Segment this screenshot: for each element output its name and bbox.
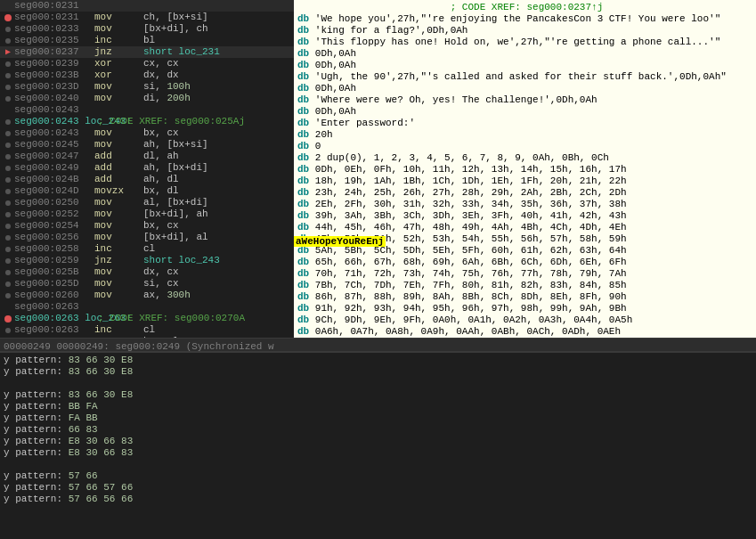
asm-line[interactable]: seg000:0247 add dl, ah xyxy=(0,151,294,162)
asm-addr: seg000:0263 loc_263: xyxy=(14,313,94,324)
asm-addr: seg000:0245 xyxy=(14,139,94,151)
data-line: db 20h xyxy=(297,129,752,141)
bottom-line: y pattern: 57 66 xyxy=(4,470,752,482)
asm-addr: seg000:025D xyxy=(14,278,94,290)
data-text: 0Dh,0Ah xyxy=(309,83,356,94)
bottom-line: y pattern: 83 66 30 E8 xyxy=(4,366,752,378)
pattern-text: y pattern: E8 30 66 83 xyxy=(4,447,133,458)
asm-addr: seg000:0243 loc_243: xyxy=(14,116,94,127)
asm-line[interactable]: seg000:0263 inc cl xyxy=(0,324,294,336)
bp-area xyxy=(2,14,14,21)
asm-operand: cl xyxy=(143,243,155,255)
bp-area xyxy=(2,27,14,32)
asm-line[interactable]: seg000:0250 mov al, [bx+di] xyxy=(0,197,294,208)
asm-line[interactable]: seg000:0245 mov ah, [bx+si] xyxy=(0,139,294,151)
asm-operand: al, [bx+di] xyxy=(143,197,208,208)
asm-line[interactable]: seg000:0256 mov [bx+di], al xyxy=(0,232,294,243)
data-keyword: db xyxy=(297,25,309,37)
asm-line[interactable]: seg000:0258 inc cl xyxy=(0,243,294,255)
data-line: ; CODE XREF: seg000:0237↑j xyxy=(297,2,752,13)
pattern-text: y pattern: FA BB xyxy=(4,412,98,423)
asm-line[interactable]: seg000:0235 inc bl xyxy=(0,35,294,46)
bp-dot-empty xyxy=(5,131,11,136)
data-text: 'Where were we? Oh, yes! The challenge!'… xyxy=(309,94,597,106)
asm-line[interactable]: seg000:0243 loc_243: ; CODE XREF: seg000… xyxy=(0,116,294,127)
bp-dot-empty xyxy=(5,235,11,241)
asm-line[interactable]: seg000:0252 mov [bx+di], ah xyxy=(0,208,294,220)
asm-mnemonic: mov xyxy=(94,290,143,301)
data-keyword: db xyxy=(297,48,309,60)
asm-mnemonic: mov xyxy=(94,12,143,23)
pattern-text: y pattern: 57 66 57 66 xyxy=(4,482,133,493)
asm-mnemonic: inc xyxy=(94,35,143,46)
asm-operand: dx, cx xyxy=(143,266,179,278)
bottom-line: y pattern: E8 30 66 83 xyxy=(4,436,752,447)
bottom-line: y pattern: 57 66 57 66 xyxy=(4,482,752,494)
asm-operand: cx, cx xyxy=(143,58,179,69)
asm-line[interactable]: seg000:025D mov si, cx xyxy=(0,278,294,290)
asm-addr: seg000:0256 xyxy=(14,232,94,243)
asm-line[interactable]: ▶ seg000:0237 jnz short loc_231 xyxy=(0,46,294,58)
asm-line[interactable]: seg000:025B mov dx, cx xyxy=(0,266,294,278)
asm-line[interactable]: seg000:0243 mov bx, cx xyxy=(0,127,294,139)
data-keyword: db xyxy=(297,13,309,25)
asm-addr: seg000:0243 xyxy=(14,104,94,116)
asm-mnemonic: inc xyxy=(94,324,143,336)
bp-dot-empty xyxy=(5,200,11,206)
bp-area xyxy=(2,212,14,217)
data-text: 0Dh, 0Eh, 0Fh, 10h, 11h, 12h, 13h, 14h, … xyxy=(309,164,626,176)
data-keyword: db xyxy=(297,187,309,199)
data-line: db 23h, 24h, 25h, 26h, 27h, 28h, 29h, 2A… xyxy=(297,187,752,199)
asm-addr: seg000:023D xyxy=(14,81,94,93)
asm-line[interactable]: seg000:0260 mov ax, 300h xyxy=(0,290,294,301)
bp-area xyxy=(2,154,14,159)
bp-dot-empty xyxy=(5,38,11,44)
asm-line[interactable]: seg000:023B xor dx, dx xyxy=(0,69,294,81)
bp-area xyxy=(2,200,14,206)
main-container: seg000:0231 seg000:0231 mov ch, [bx+si] … xyxy=(0,0,756,539)
asm-line[interactable]: seg000:0259 jnz short loc_243 xyxy=(0,255,294,266)
asm-line[interactable]: seg000:0254 mov bx, cx xyxy=(0,220,294,232)
bp-dot-empty xyxy=(5,189,11,194)
data-text: 65h, 66h, 67h, 68h, 69h, 6Ah, 6Bh, 6Ch, … xyxy=(309,257,626,268)
asm-operand: ah, [bx+si] xyxy=(143,139,208,151)
asm-addr: seg000:0258 xyxy=(14,243,94,255)
sync-text: 00000249 00000249: seg000:0249 (Synchron… xyxy=(4,341,274,352)
asm-mnemonic: mov xyxy=(94,197,143,208)
asm-line[interactable]: seg000:0265 movzx bx, cl xyxy=(0,336,294,338)
asm-operand: [bx+di], ah xyxy=(143,208,208,220)
bp-area xyxy=(2,61,14,67)
bp-dot-empty xyxy=(5,143,11,148)
popup-label: aWeHopeYouReEnj xyxy=(294,236,386,247)
data-text: 'Enter password:' xyxy=(309,118,415,129)
asm-addr: seg000:0239 xyxy=(14,58,94,69)
asm-line[interactable]: seg000:0233 mov [bx+di], ch xyxy=(0,23,294,35)
asm-line[interactable]: seg000:0249 add ah, [bx+di] xyxy=(0,162,294,174)
data-keyword: db xyxy=(297,176,309,187)
pattern-text: y pattern: E8 30 66 83 xyxy=(4,436,133,446)
data-text: 18h, 19h, 1Ah, 1Bh, 1Ch, 1Dh, 1Eh, 1Fh, … xyxy=(309,176,626,187)
asm-line[interactable]: seg000:0239 xor cx, cx xyxy=(0,58,294,69)
asm-line[interactable]: seg000:0231 xyxy=(0,0,294,12)
data-line: db 'Where were we? Oh, yes! The challeng… xyxy=(297,94,752,106)
bp-area xyxy=(2,235,14,241)
data-keyword: db xyxy=(297,303,309,314)
asm-line[interactable]: seg000:0231 mov ch, [bx+si] xyxy=(0,12,294,23)
bottom-line: y pattern: 83 66 30 E8 xyxy=(4,389,752,401)
asm-addr: seg000:023B xyxy=(14,69,94,81)
pattern-text: y pattern: 83 66 30 E8 xyxy=(4,355,133,365)
data-line: db 'We hope you',27h,"'re enjoying the P… xyxy=(297,13,752,25)
pattern-text: y pattern: 66 83 xyxy=(4,424,98,435)
asm-operand: ah, [bx+di] xyxy=(143,162,208,174)
bp-dot-empty xyxy=(5,328,11,333)
asm-line[interactable]: seg000:023D mov si, 100h xyxy=(0,81,294,93)
data-line: db 0A6h, 0A7h, 0A8h, 0A9h, 0AAh, 0ABh, 0… xyxy=(297,326,752,338)
asm-line[interactable]: seg000:0240 mov di, 200h xyxy=(0,93,294,104)
asm-line[interactable]: seg000:0263 loc_263: ; CODE XREF: seg000… xyxy=(0,313,294,324)
asm-addr: seg000:0265 xyxy=(14,336,94,338)
data-line: db 0Dh,0Ah xyxy=(297,60,752,71)
data-line: db 44h, 45h, 46h, 47h, 48h, 49h, 4Ah, 4B… xyxy=(297,222,752,233)
asm-line[interactable]: seg000:024B add ah, dl xyxy=(0,174,294,185)
asm-line[interactable]: seg000:024D movzx bx, dl xyxy=(0,185,294,197)
bp-dot-empty xyxy=(5,96,11,102)
